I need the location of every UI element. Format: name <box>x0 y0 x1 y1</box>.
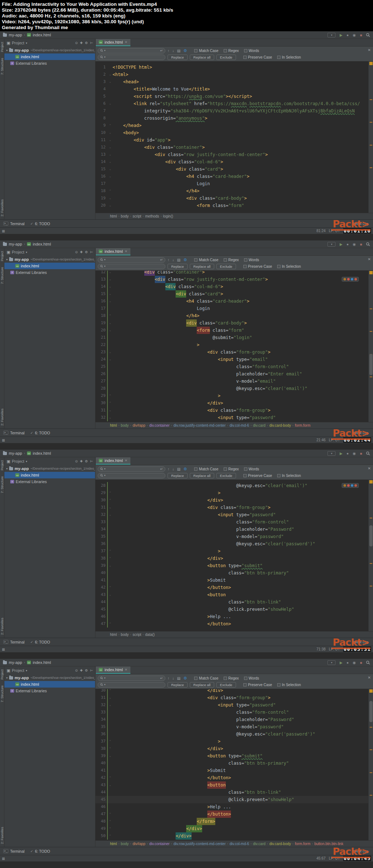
find-previous-icon[interactable]: ↑ <box>168 467 169 471</box>
code-line-8[interactable]: 8 crossorigin="anonymous"> <box>95 115 368 122</box>
code-line-12[interactable]: 12⌄ <div class="container"> <box>95 144 368 151</box>
tool-button-favorites[interactable]: 2: Favorites <box>0 618 4 635</box>
run-icon[interactable]: ▶ <box>339 661 342 665</box>
code-line-12[interactable]: 12⌄ <div class="container"> <box>95 271 368 276</box>
code-line-45[interactable]: 45 @click.prevent="showHelp" <box>95 796 368 803</box>
fold-icon[interactable]: ⌄ <box>108 271 113 276</box>
chevron-down-icon[interactable]: ▾ <box>26 41 27 45</box>
code-line-11[interactable]: 11⌄ <div id="app"> <box>95 136 368 144</box>
code-line-31[interactable]: 31⌄ <div class="form-group"> <box>95 407 368 414</box>
breadcrumb-item[interactable]: html <box>110 423 117 427</box>
code-line-20[interactable]: 20⌄ <form class="form" <box>95 202 368 209</box>
line-number[interactable]: 20 <box>95 327 107 334</box>
replace-history-caret[interactable]: ▾ <box>104 265 106 268</box>
scrollbar-thumb[interactable] <box>369 525 373 546</box>
code-line-39[interactable]: 39⌄ <button type="submit" <box>95 752 368 760</box>
code-line-16[interactable]: 16⌄ <h4 class="card-header"> <box>95 173 368 180</box>
line-number[interactable]: 15 <box>95 166 107 173</box>
breadcrumb-item[interactable]: div.col-md-6 <box>229 842 249 846</box>
run-config-dropdown[interactable]: ▾ <box>327 33 335 37</box>
code-line-3[interactable]: 3⌄ <head> <box>95 78 368 85</box>
line-number[interactable]: 32 <box>95 414 107 421</box>
line-number[interactable]: 1 <box>95 64 107 71</box>
line-number[interactable]: 27 <box>95 378 107 385</box>
fold-icon[interactable]: ⌄ <box>108 356 113 363</box>
breadcrumb-item[interactable]: div.card <box>253 842 266 846</box>
caret-position[interactable]: 81:24 <box>317 229 326 233</box>
fold-icon[interactable]: ⌄ <box>108 701 113 709</box>
fold-icon[interactable]: ⌄ <box>108 327 113 334</box>
code-line-36[interactable]: 36 @keyup.esc="clear('password')" <box>95 540 368 548</box>
close-search-icon[interactable]: ✕ <box>368 676 371 680</box>
option-words[interactable]: Words <box>244 49 259 53</box>
breadcrumb-item[interactable]: div.row.justify-content-md-center <box>173 423 225 427</box>
scrollbar-track[interactable] <box>368 61 373 213</box>
fold-icon[interactable]: ⌄ <box>108 407 113 414</box>
code-line-46[interactable]: 46 >Help ... <box>95 613 368 620</box>
caret-position[interactable]: 45:67 <box>317 856 326 860</box>
stop-icon[interactable]: ■ <box>360 242 362 246</box>
hide-panel-icon[interactable]: ⊢ <box>90 669 93 672</box>
line-number[interactable]: 28 <box>95 385 107 392</box>
line-number[interactable]: 36 <box>95 540 107 548</box>
code-line-35[interactable]: 35 v-model="password" <box>95 533 368 540</box>
coverage-icon[interactable]: ◉ <box>353 661 356 665</box>
code-area[interactable]: 30⌃ </div>31⌄ <div class="form-group">32… <box>95 689 368 840</box>
code-line-44[interactable]: 44 class="btn btn-link" <box>95 598 368 606</box>
find-previous-icon[interactable]: ↑ <box>168 676 169 680</box>
nav-project-crumb[interactable]: my-app <box>9 451 22 455</box>
fold-icon[interactable]: ⌄ <box>108 136 113 144</box>
collapse-all-icon[interactable]: ✚ <box>80 41 83 45</box>
breadcrumb-item[interactable]: body <box>121 633 129 637</box>
locate-icon[interactable]: ⊙ <box>75 41 78 45</box>
breadcrumb-item[interactable]: html <box>110 633 117 637</box>
code-line-10[interactable]: 10⌄ <body> <box>95 129 368 136</box>
fold-icon[interactable]: ⌄ <box>108 752 113 760</box>
fold-icon[interactable]: ⌃ <box>108 774 113 781</box>
replace-input[interactable]: ▾ <box>98 55 165 60</box>
fold-icon[interactable]: ⌃ <box>108 811 113 818</box>
line-number[interactable]: 2 <box>95 71 107 78</box>
code-line-17[interactable]: 17 Login <box>95 305 368 312</box>
code-line-18[interactable]: 18⌃ </h4> <box>95 187 368 195</box>
find-all-icon[interactable]: ▤ <box>177 676 180 680</box>
line-number[interactable]: 34 <box>95 526 107 533</box>
line-number[interactable]: 30 <box>95 689 107 694</box>
collapse-all-icon[interactable]: ✚ <box>80 669 83 672</box>
exclude-button[interactable]: Exclude <box>216 473 236 478</box>
locate-icon[interactable]: ⊙ <box>75 250 78 254</box>
find-next-icon[interactable]: ↓ <box>172 676 174 680</box>
line-number[interactable]: 20 <box>95 202 107 209</box>
code-line-33[interactable]: 33 class="form-control" <box>95 518 368 526</box>
code-line-29[interactable]: 29⌃ > <box>95 489 368 497</box>
fold-icon[interactable]: ⌄ <box>108 158 113 166</box>
fold-icon[interactable]: ⌃ <box>108 548 113 555</box>
code-line-5[interactable]: 5 <script src="https://unpkg.com/vue"></… <box>95 93 368 100</box>
stop-icon[interactable]: ■ <box>360 451 362 455</box>
code-line-19[interactable]: 19⌄ <div class="card-body"> <box>95 195 368 202</box>
code-line-6[interactable]: 6⌄ <link rel="stylesheet" href="https://… <box>95 100 368 107</box>
code-line-1[interactable]: 1<!DOCTYPE html> <box>95 64 368 71</box>
code-line-27[interactable]: 27 v-model="email" <box>95 378 368 385</box>
line-number[interactable]: 14 <box>95 158 107 166</box>
scrollbar-track[interactable] <box>368 271 373 422</box>
fold-icon[interactable]: ⌄ <box>108 591 113 598</box>
line-number[interactable]: 40 <box>95 760 107 767</box>
scrollbar-thumb[interactable] <box>369 701 373 722</box>
line-number[interactable]: 19 <box>95 195 107 202</box>
line-number[interactable]: 3 <box>95 78 107 85</box>
line-number[interactable]: 44 <box>95 789 107 796</box>
code-line-30[interactable]: 30⌃ </div> <box>95 689 368 694</box>
code-line-34[interactable]: 34 placeholder="Password" <box>95 526 368 533</box>
scrollbar-track[interactable] <box>368 480 373 631</box>
line-number[interactable]: 31 <box>95 694 107 701</box>
replace-button[interactable]: Replace <box>168 264 188 269</box>
line-number[interactable]: 31 <box>95 407 107 414</box>
scrollbar-thumb[interactable] <box>369 354 373 375</box>
breadcrumb-item[interactable]: div.container <box>149 423 170 427</box>
line-number[interactable]: 4 <box>95 85 107 93</box>
fold-icon[interactable]: ⌃ <box>108 187 113 195</box>
breadcrumb-item[interactable]: script <box>133 214 141 218</box>
search-history-caret[interactable]: ▾ <box>104 677 106 680</box>
option-in-selection[interactable]: In Selection <box>277 474 301 478</box>
